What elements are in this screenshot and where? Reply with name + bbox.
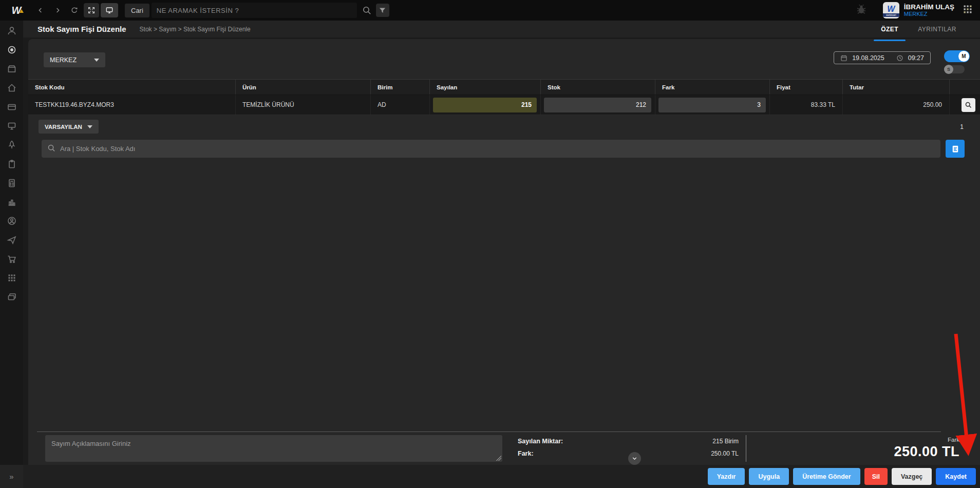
archive-box-icon[interactable] (7, 64, 17, 74)
app-logo[interactable]: W (5, 5, 27, 16)
tab-bar: ÖZET AYRINTILAR (878, 21, 959, 37)
cell-birim: AD (370, 95, 429, 115)
bug-report-icon[interactable] (855, 3, 868, 17)
cell-actions (949, 95, 980, 115)
search-context-selector[interactable]: Cari (125, 4, 149, 17)
apply-button[interactable]: Uygula (749, 468, 789, 485)
counted-qty-value: 215 Birim (712, 438, 739, 445)
cart-icon[interactable] (7, 254, 17, 264)
chevron-right-icon (53, 6, 62, 14)
rocket-icon[interactable] (7, 140, 17, 150)
cell-fark (655, 95, 769, 115)
stock-qty-input[interactable] (544, 98, 651, 112)
apps-grid-icon[interactable] (7, 273, 17, 283)
tab-ayrintilar[interactable]: AYRINTILAR (915, 21, 959, 37)
col-fark[interactable]: Fark (655, 80, 769, 95)
target-icon[interactable] (7, 45, 17, 55)
card-icon[interactable] (7, 102, 17, 112)
send-icon[interactable] (7, 235, 17, 245)
pos-monitor-icon[interactable] (7, 121, 17, 131)
row-search-button[interactable] (962, 98, 975, 112)
row-count: 1 (960, 123, 964, 130)
apps-menu-button[interactable] (963, 4, 973, 16)
mode-toggles: M S (944, 50, 970, 73)
action-bar: Yazdır Uygula Üretime Gönder Sil Vazgeç … (23, 465, 980, 488)
search-icon (47, 144, 56, 155)
cancel-button[interactable]: Vazgeç (892, 468, 932, 485)
print-button[interactable]: Yazdır (708, 468, 745, 485)
time-value: 09:27 (908, 54, 924, 62)
col-stok[interactable]: Stok (540, 80, 655, 95)
send-to-production-button[interactable]: Üretime Gönder (793, 468, 860, 485)
datetime-field[interactable]: 19.08.2025 09:27 (834, 51, 931, 64)
account-circle-icon[interactable] (7, 216, 17, 226)
item-search-row (28, 136, 980, 162)
page-title: Stok Sayım Fişi Düzenle (37, 25, 126, 33)
sidebar-expand-button[interactable]: » (0, 465, 23, 488)
toggle-s[interactable]: S (944, 65, 965, 73)
total-value: 250.00 TL (753, 443, 959, 461)
difference-value: 250.00 TL (711, 450, 739, 457)
price-list-value: VARSAYILAN (45, 124, 82, 130)
difference-qty-input[interactable] (658, 98, 766, 112)
fullscreen-icon (87, 6, 96, 14)
col-tutar[interactable]: Tutar (842, 80, 949, 95)
user-icon[interactable] (7, 26, 17, 36)
chevron-left-icon (36, 6, 45, 14)
delete-button[interactable]: Sil (864, 468, 888, 485)
barcode-list-button[interactable] (946, 140, 965, 158)
funnel-icon (379, 7, 386, 14)
breadcrumb[interactable]: Stok > Sayım > Stok Sayım Fişi Düzenle (140, 26, 251, 33)
col-birim[interactable]: Birim (370, 80, 429, 95)
left-sidebar: » (0, 21, 23, 488)
toggle-m-knob: M (958, 51, 969, 62)
expand-summary-button[interactable] (628, 452, 641, 465)
global-search-input[interactable] (152, 3, 357, 18)
document-list-icon (951, 144, 960, 154)
home-icon[interactable] (7, 83, 17, 93)
logo-mark: W (12, 5, 21, 16)
col-fiyat[interactable]: Fiyat (769, 80, 842, 95)
avatar-caption: webticari (883, 13, 899, 17)
date-value: 19.08.2025 (852, 54, 884, 62)
warehouse-select-value: MERKEZ (50, 57, 77, 64)
col-stok-kodu[interactable]: Stok Kodu (28, 80, 235, 95)
col-urun[interactable]: Ürün (235, 80, 370, 95)
calculator-icon[interactable] (7, 178, 17, 188)
main-panel: MERKEZ 19.08.2025 09:27 M (28, 39, 980, 465)
toggle-s-knob: S (944, 65, 953, 74)
user-name: İBRAHİM ULAŞ (904, 3, 954, 11)
resize-grip-icon[interactable] (496, 456, 501, 461)
user-avatar[interactable]: W webticari (883, 2, 899, 18)
save-button[interactable]: Kaydet (936, 468, 976, 485)
search-icon[interactable] (362, 6, 372, 15)
clipboard-icon[interactable] (7, 159, 17, 169)
warehouse-select[interactable]: MERKEZ (44, 52, 105, 67)
count-description-textarea[interactable] (45, 435, 502, 462)
chart-bars-icon[interactable] (7, 197, 17, 207)
col-sayilan[interactable]: Sayılan (429, 80, 540, 95)
footer-summary: Sayılan Miktar: 215 Birim Fark: 250.00 T… (28, 432, 980, 465)
refresh-icon (70, 6, 79, 14)
layers-icon[interactable] (7, 292, 17, 302)
difference-label: Fark: (518, 450, 534, 457)
filter-row: MERKEZ 19.08.2025 09:27 M (28, 39, 980, 79)
counted-qty-input[interactable] (433, 98, 537, 112)
filter-button[interactable] (376, 4, 389, 17)
price-list-select[interactable]: VARSAYILAN (39, 120, 99, 134)
item-search-input[interactable] (42, 140, 940, 158)
refresh-button[interactable] (67, 3, 82, 17)
chevron-down-icon (631, 455, 638, 462)
user-info[interactable]: İBRAHİM ULAŞ MERKEZ (904, 3, 954, 17)
table-row: TESTKK119.46.BYZ4.MOR3 TEMİZLİK ÜRÜNÜ AD… (28, 95, 980, 115)
vertical-divider (746, 435, 746, 462)
table-header: Stok Kodu Ürün Birim Sayılan Stok Fark F… (28, 79, 980, 95)
tab-ozet[interactable]: ÖZET (878, 21, 901, 37)
forward-button[interactable] (50, 3, 65, 17)
monitor-icon (105, 6, 114, 14)
toggle-m[interactable]: M (944, 50, 970, 62)
monitor-view-button[interactable] (101, 3, 118, 17)
back-button[interactable] (33, 3, 48, 17)
price-list-bar: VARSAYILAN 1 (28, 115, 980, 136)
fullscreen-button[interactable] (84, 3, 99, 17)
